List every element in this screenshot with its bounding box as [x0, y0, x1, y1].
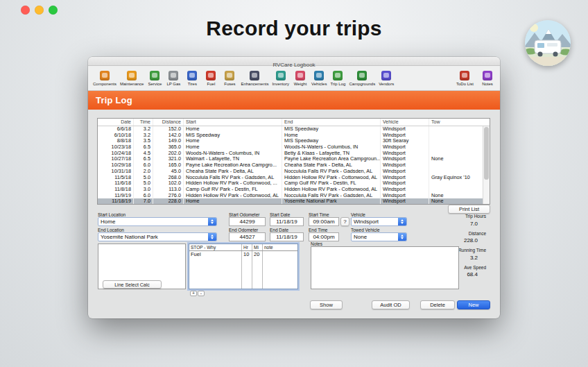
end-odometer-label: End Odometer [229, 228, 258, 232]
fuel-pump-icon [206, 71, 216, 80]
trip-start: Home [184, 138, 282, 144]
column-header-date[interactable]: Date [98, 119, 134, 126]
delete-button[interactable]: Delete [420, 300, 455, 309]
notes-input[interactable] [311, 246, 459, 289]
trip-row[interactable]: 11/6/18 5.0 102.0 Hidden Hollow RV Park … [98, 180, 483, 187]
toolbar-item[interactable]: Tires [184, 71, 200, 86]
column-header-end[interactable]: End [282, 119, 381, 126]
trip-row[interactable]: 6/6/18 3.2 152.0 Home MIS Speedway Winds… [98, 126, 483, 133]
end-date-input[interactable] [270, 232, 304, 241]
toolbar-item[interactable]: ToDo List [456, 71, 474, 86]
trip-tow [429, 138, 481, 144]
trip-row[interactable]: 6/10/18 3.2 142.0 MIS Speedway Home Wind… [98, 133, 483, 139]
trip-row[interactable]: 8/8/18 3.5 149.0 Home MIS Speedway 30ft … [98, 138, 483, 144]
trip-start: Camp Gulf RV Park - Destin, FL [184, 187, 282, 193]
close-button[interactable] [21, 6, 30, 15]
remove-stop-button[interactable]: - [198, 291, 205, 296]
vehicle-select[interactable]: Windsport [351, 217, 407, 226]
trip-date: 10/27/18 [98, 156, 134, 162]
column-header-start[interactable]: Start [184, 119, 282, 126]
trip-row[interactable]: 11/5/18 5.0 268.0 Nocculula Falls RV Par… [98, 175, 483, 181]
trip-start: Walmart - Lafayette, TN [184, 156, 282, 162]
toolbar-item[interactable]: LP Gas [165, 71, 182, 86]
trip-row[interactable]: 10/23/18 6.5 365.0 Home Woods-N-Waters -… [98, 144, 483, 151]
toolbar-item[interactable]: Maintenance [119, 71, 144, 86]
start-date-input[interactable] [270, 217, 304, 226]
trip-distance: 276.0 [153, 193, 184, 199]
end-time-input[interactable] [309, 232, 339, 241]
lp-gas-tank-icon [168, 71, 178, 80]
chevron-up-down-icon [208, 218, 216, 225]
toolbar-item[interactable]: Inventory [271, 71, 290, 86]
trip-distance: 102.0 [153, 180, 184, 187]
towed-vehicle-value: None [354, 234, 367, 240]
start-time-help-button[interactable]: ? [340, 217, 349, 226]
toolbar-item[interactable]: Vendors [378, 71, 395, 86]
trip-time: 3.2 [134, 126, 153, 133]
toolbar-item[interactable]: Vehicles [311, 71, 327, 86]
end-odometer-input[interactable] [229, 232, 266, 241]
column-header-vehicle[interactable]: Vehicle [381, 119, 429, 126]
toolbar-right-group: ToDo List Notes [456, 71, 496, 86]
minimize-button[interactable] [35, 6, 44, 15]
weight-scale-icon [295, 71, 305, 80]
chevron-up-down-icon [208, 233, 216, 241]
line-select-calc-button[interactable]: Line Select Calc [103, 280, 162, 289]
trip-distance: 268.0 [153, 175, 184, 181]
trip-distance: 152.0 [153, 126, 184, 133]
trip-row[interactable]: 10/27/18 6.5 321.0 Walmart - Lafayette, … [98, 156, 483, 162]
trip-vehicle: Windsport [381, 126, 429, 133]
toolbar-item-label: Fuel [207, 82, 216, 86]
zoom-button[interactable] [49, 6, 58, 15]
trip-row[interactable]: 10/24/18 4.5 202.0 Woods-N-Waters - Colu… [98, 151, 483, 157]
toolbar-item[interactable]: Components [92, 71, 117, 86]
toolbar-item[interactable]: Enhancements [240, 71, 269, 86]
scrollbar-thumb[interactable] [484, 127, 489, 180]
trip-distance: 202.0 [153, 151, 184, 157]
table-scrollbar[interactable] [483, 126, 490, 204]
trip-date: 11/5/18 [98, 175, 134, 181]
trip-row[interactable]: 11/8/18 3.0 113.0 Camp Gulf RV Park - De… [98, 187, 483, 193]
chevron-up-down-icon [398, 233, 406, 241]
end-location-label: End Location [98, 228, 124, 232]
stop-row[interactable]: Fuel 10 20 [189, 251, 297, 258]
trip-time: 6.5 [134, 144, 153, 151]
trip-time: 3.0 [134, 187, 153, 193]
trip-distance: 113.0 [153, 187, 184, 193]
start-location-select[interactable]: Home [98, 217, 217, 226]
window-title: RVCare Logbook [273, 62, 315, 68]
stat-block: Trip Hours 7.0 [435, 214, 486, 227]
new-button[interactable]: New [457, 300, 490, 309]
trip-table-header: Date Time Distance Start End Vehicle Tow [98, 119, 490, 126]
towed-vehicle-label: Towed Vehicle [351, 228, 380, 232]
column-header-distance[interactable]: Distance [153, 119, 184, 126]
toolbar-item[interactable]: Weight [292, 71, 309, 86]
trip-row[interactable]: 10/31/18 2.0 45.0 Cheaha State Park - De… [98, 169, 483, 175]
add-stop-button[interactable]: + [190, 291, 197, 296]
toolbar-item[interactable]: Fuses [221, 71, 238, 86]
window-titlebar[interactable]: RVCare Logbook [88, 57, 500, 66]
end-location-select[interactable]: Yosemite National Park [98, 232, 217, 241]
column-header-time[interactable]: Time [134, 119, 153, 126]
toolbar-item[interactable]: Fuel [202, 71, 219, 86]
trip-row[interactable]: 11/18/19 7.0 228.0 Home Yosemite Nationa… [98, 198, 483, 204]
audit-od-button[interactable]: Audit OD [372, 300, 410, 309]
trip-vehicle: Windsport [381, 162, 429, 169]
toolbar-item-label: Components [93, 82, 116, 86]
stat-value: 7.0 [435, 221, 486, 227]
trip-row[interactable]: 11/9/19 6.0 276.0 Hidden Hollow RV Park … [98, 193, 483, 199]
start-odometer-input[interactable] [229, 217, 266, 226]
towed-vehicle-select[interactable]: None [351, 232, 407, 241]
show-button[interactable]: Show [310, 300, 343, 309]
trip-time: 6.0 [134, 162, 153, 169]
trip-row[interactable]: 10/29/18 6.0 165.0 Payne Lake Recreation… [98, 162, 483, 169]
toolbar-item[interactable]: Campgrounds [348, 71, 376, 86]
column-header-tow[interactable]: Tow [429, 119, 481, 126]
toolbar-item[interactable]: Trip Log [329, 71, 346, 86]
start-time-input[interactable] [309, 217, 339, 226]
toolbar-item[interactable]: Service [146, 71, 163, 86]
print-list-button[interactable]: Print List [448, 205, 490, 214]
toolbar-item[interactable]: Notes [479, 71, 496, 86]
trip-time: 3.2 [134, 133, 153, 139]
trip-start: Hidden Hollow RV Park - Cottonwood, ... [184, 180, 282, 187]
